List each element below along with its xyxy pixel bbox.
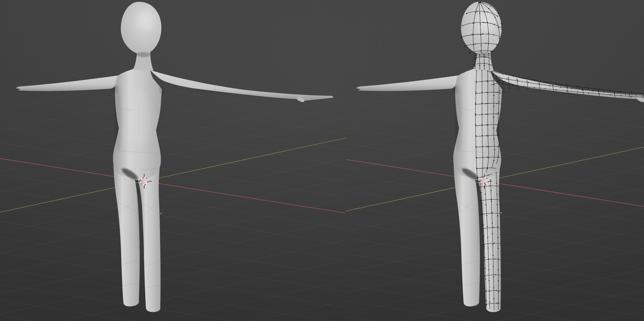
blender-3d-viewport[interactable] xyxy=(0,0,644,321)
origin-dot xyxy=(160,213,162,214)
viewport-composite xyxy=(0,0,644,321)
origin-dot xyxy=(501,212,502,214)
